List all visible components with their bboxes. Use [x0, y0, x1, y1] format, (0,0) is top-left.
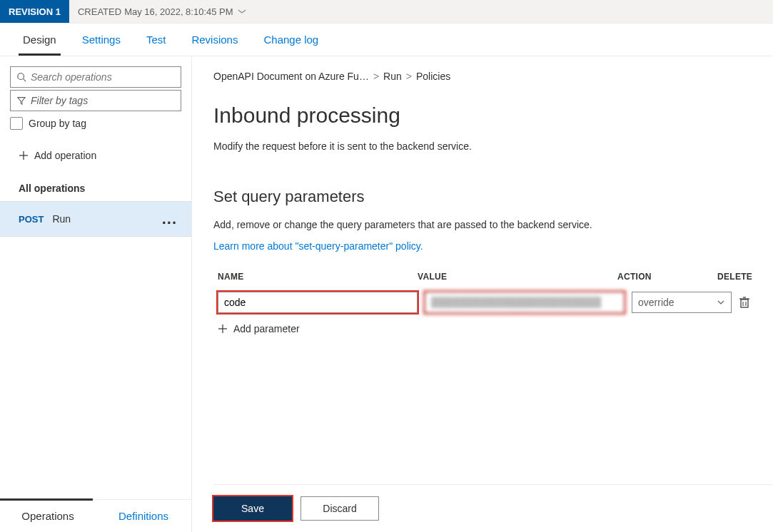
page-title: Inbound processing [213, 103, 773, 128]
chevron-down-icon [236, 8, 248, 15]
parameters-table: NAME VALUE ACTION DELETE override [213, 272, 773, 342]
filter-by-tags[interactable]: Filter by tags [10, 90, 181, 111]
plus-icon [218, 324, 228, 334]
breadcrumb-api[interactable]: OpenAPI Document on Azure Fu… [213, 71, 369, 82]
trash-icon [739, 296, 750, 309]
param-name-input[interactable] [218, 292, 418, 313]
group-by-tag[interactable]: Group by tag [10, 117, 181, 130]
param-value-input[interactable] [425, 292, 625, 313]
svg-line-1 [24, 79, 26, 82]
created-label: CREATED [78, 6, 121, 17]
revision-badge: REVISION 1 [0, 0, 69, 23]
more-icon[interactable]: ... [162, 216, 177, 222]
operation-method: POST [19, 214, 44, 225]
col-delete: DELETE [717, 272, 760, 282]
all-operations-header[interactable]: All operations [0, 168, 191, 201]
sidebar-bottom-tabs: Operations Definitions [0, 499, 191, 532]
col-value: VALUE [418, 272, 617, 282]
revision-bar: REVISION 1 CREATED May 16, 2022, 8:10:45… [0, 0, 773, 24]
action-value: override [638, 297, 675, 308]
add-parameter-button[interactable]: Add parameter [213, 316, 773, 342]
main-content: OpenAPI Document on Azure Fu… > Run > Po… [192, 56, 773, 532]
col-action: ACTION [617, 272, 717, 282]
add-parameter-label: Add parameter [233, 323, 300, 334]
learn-more-link[interactable]: Learn more about "set-query-parameter" p… [213, 240, 773, 252]
breadcrumb: OpenAPI Document on Azure Fu… > Run > Po… [213, 71, 773, 82]
created-value: May 16, 2022, 8:10:45 PM [124, 6, 233, 17]
tab-settings[interactable]: Settings [69, 24, 133, 56]
tab-changelog[interactable]: Change log [251, 24, 331, 56]
operation-item-run[interactable]: POST Run ... [0, 201, 191, 237]
breadcrumb-operation[interactable]: Run [383, 71, 402, 82]
footer: Save Discard [213, 484, 773, 532]
filter-icon [16, 96, 26, 106]
svg-marker-2 [18, 98, 26, 105]
chevron-right-icon: > [373, 71, 379, 82]
filter-placeholder: Filter by tags [31, 95, 175, 106]
revision-meta[interactable]: CREATED May 16, 2022, 8:10:45 PM [69, 0, 256, 23]
add-operation-label: Add operation [34, 150, 96, 161]
col-name: NAME [218, 272, 418, 282]
save-button[interactable]: Save [213, 496, 292, 521]
chevron-right-icon: > [406, 71, 412, 82]
bottom-tab-definitions[interactable]: Definitions [96, 500, 191, 532]
svg-rect-5 [741, 300, 748, 307]
section-heading: Set query parameters [213, 188, 773, 206]
section-description: Add, remove or change the query paramete… [213, 219, 773, 230]
discard-button[interactable]: Discard [300, 496, 379, 521]
add-operation-button[interactable]: Add operation [0, 135, 191, 168]
table-row: override [213, 289, 773, 316]
group-by-label: Group by tag [29, 118, 86, 129]
page-description: Modify the request before it is sent to … [213, 140, 773, 152]
bottom-tab-operations[interactable]: Operations [0, 500, 96, 532]
main-tabs: Design Settings Test Revisions Change lo… [0, 24, 773, 56]
chevron-down-icon [717, 300, 725, 305]
search-icon [16, 72, 26, 82]
checkbox-icon[interactable] [10, 117, 23, 130]
search-operations[interactable] [10, 66, 181, 88]
breadcrumb-section: Policies [416, 71, 450, 82]
param-action-select[interactable]: override [632, 292, 732, 313]
svg-point-0 [18, 73, 24, 80]
tab-revisions[interactable]: Revisions [178, 24, 251, 56]
tab-design[interactable]: Design [10, 24, 69, 56]
search-input[interactable] [31, 71, 175, 83]
tab-test[interactable]: Test [133, 24, 179, 56]
operation-name: Run [52, 213, 71, 225]
plus-icon [19, 150, 29, 160]
sidebar: Filter by tags Group by tag Add operatio… [0, 56, 192, 532]
delete-row-button[interactable] [739, 296, 773, 309]
